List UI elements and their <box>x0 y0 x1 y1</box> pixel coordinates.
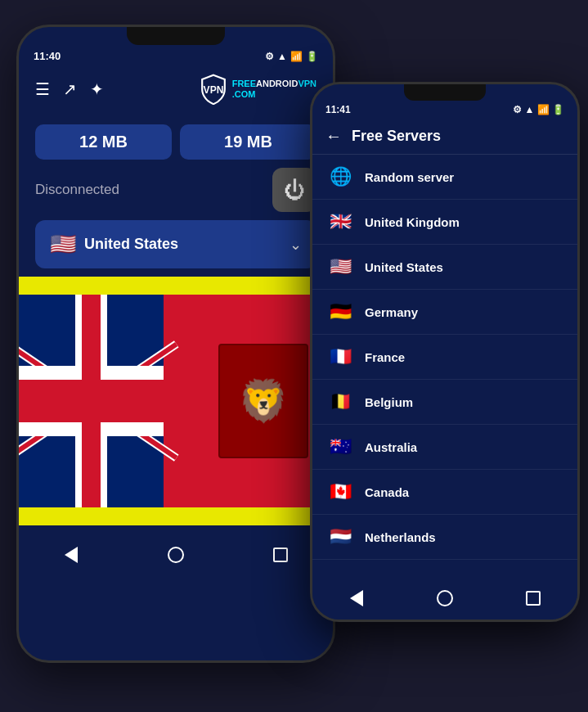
back-nav-button[interactable] <box>60 543 83 566</box>
union-jack <box>19 295 164 507</box>
server-label-random: Random server <box>365 170 454 184</box>
chevron-down-icon: ⌄ <box>290 236 302 254</box>
flag-image-container: 🦁 <box>19 277 333 525</box>
shield-icon: VPN <box>198 74 229 105</box>
server-name: United States <box>84 236 178 253</box>
server-list-item-fr[interactable]: 🇫🇷 France <box>312 335 577 380</box>
server-label-de: Germany <box>365 305 418 319</box>
back-arrow-icon[interactable]: ← <box>325 127 342 146</box>
data-row: 12 MB 19 MB <box>35 124 316 160</box>
yellow-bar-top <box>19 277 333 295</box>
left-nav-bar <box>19 532 333 578</box>
server-flag-random: 🌐 <box>327 166 353 187</box>
download-badge: 12 MB <box>35 124 172 160</box>
right-notch <box>404 84 486 101</box>
uj-background <box>19 295 164 507</box>
left-phone-content: ☰ ↗ ✦ VPN FREEANDROIDVPN .COM 12 MB 19 M… <box>19 65 333 268</box>
server-flag-nl: 🇳🇱 <box>327 526 353 548</box>
server-label-be: Belgium <box>365 395 413 409</box>
left-status-bar: 11:40 ⚙ ▲ 📶 🔋 <box>19 45 333 65</box>
server-flag-name: 🇺🇸 United States <box>50 232 178 257</box>
right-nav-bar <box>312 577 577 620</box>
left-time: 11:40 <box>34 50 61 62</box>
server-selector[interactable]: 🇺🇸 United States ⌄ <box>35 220 316 268</box>
bermuda-crest: 🦁 <box>218 344 308 458</box>
server-list-item-au[interactable]: 🇦🇺 Australia <box>312 425 577 470</box>
power-icon: ⏻ <box>284 178 305 203</box>
star-icon[interactable]: ✦ <box>90 79 104 99</box>
server-label-uk: United Kingdom <box>365 215 460 229</box>
right-status-bar: 11:41 ⚙ ▲ 📶 🔋 <box>312 101 577 119</box>
uj-cross-vertical-red <box>82 295 101 507</box>
right-status-icons: ⚙ ▲ 📶 🔋 <box>513 104 564 115</box>
left-phone: 11:40 ⚙ ▲ 📶 🔋 ☰ ↗ ✦ VPN FREEANDROIDVPN <box>16 25 335 663</box>
svg-text:VPN: VPN <box>203 84 223 96</box>
logo-vpn: VPN <box>298 79 316 88</box>
server-flag-fr: 🇫🇷 <box>327 346 353 367</box>
server-list-item-de[interactable]: 🇩🇪 Germany <box>312 290 577 335</box>
right-back-nav-button[interactable] <box>345 587 368 610</box>
signal-icon: 📶 <box>290 51 303 62</box>
settings-icon: ⚙ <box>265 51 274 62</box>
right-home-nav-button[interactable] <box>433 587 456 610</box>
top-left-icons: ☰ ↗ ✦ <box>35 79 104 99</box>
right-phone: 11:41 ⚙ ▲ 📶 🔋 ← Free Servers 🌐 Random se… <box>310 82 580 622</box>
server-list-title: Free Servers <box>352 128 441 145</box>
server-label-ca: Canada <box>365 485 409 499</box>
right-time: 11:41 <box>325 104 351 115</box>
server-label-us: United States <box>365 260 443 274</box>
wifi-icon: ▲ <box>277 51 287 62</box>
right-recents-nav-button[interactable] <box>522 587 545 610</box>
menu-icon[interactable]: ☰ <box>35 79 50 99</box>
crest-icon: 🦁 <box>238 377 289 425</box>
right-signal-icon: 📶 <box>537 104 550 115</box>
share-icon[interactable]: ↗ <box>63 79 77 99</box>
status-row: Disconnected ⏻ <box>35 168 316 212</box>
upload-badge: 19 MB <box>180 124 316 160</box>
logo-android: ANDROID <box>256 79 298 88</box>
logo-free: FREE <box>232 79 256 88</box>
logo-dot-com: .COM <box>232 89 316 100</box>
connection-status: Disconnected <box>35 182 119 198</box>
yellow-bar-bottom <box>19 507 333 525</box>
server-label-nl: Netherlands <box>365 530 436 544</box>
battery-icon: 🔋 <box>306 51 318 62</box>
server-flag-us: 🇺🇸 <box>327 256 353 277</box>
server-label-au: Australia <box>365 440 417 454</box>
bermuda-flag: 🦁 <box>19 295 333 507</box>
server-flag-be: 🇧🇪 <box>327 391 353 412</box>
server-flag-au: 🇦🇺 <box>327 436 353 457</box>
home-nav-button[interactable] <box>164 543 187 566</box>
top-bar: ☰ ↗ ✦ VPN FREEANDROIDVPN .COM <box>35 65 316 111</box>
server-flag-ca: 🇨🇦 <box>327 481 353 502</box>
right-settings-icon: ⚙ <box>513 104 522 115</box>
server-list-header: ← Free Servers <box>312 119 577 155</box>
server-list-item-random[interactable]: 🌐 Random server <box>312 155 577 200</box>
left-notch <box>127 27 225 45</box>
server-list-item-uk[interactable]: 🇬🇧 United Kingdom <box>312 200 577 245</box>
server-list-item-be[interactable]: 🇧🇪 Belgium <box>312 380 577 425</box>
server-list-item-ca[interactable]: 🇨🇦 Canada <box>312 470 577 515</box>
server-list-item-us[interactable]: 🇺🇸 United States <box>312 245 577 290</box>
server-flag-de: 🇩🇪 <box>327 301 353 322</box>
recents-nav-button[interactable] <box>269 543 292 566</box>
server-flag-uk: 🇬🇧 <box>327 211 353 232</box>
logo-text: FREEANDROIDVPN .COM <box>232 79 316 100</box>
right-battery-icon: 🔋 <box>552 104 564 115</box>
right-wifi-icon: ▲ <box>524 104 534 115</box>
server-list: 🌐 Random server 🇬🇧 United Kingdom 🇺🇸 Uni… <box>312 155 577 584</box>
server-flag: 🇺🇸 <box>50 232 76 257</box>
server-list-item-nl[interactable]: 🇳🇱 Netherlands <box>312 515 577 560</box>
left-status-icons: ⚙ ▲ 📶 🔋 <box>265 51 318 62</box>
server-label-fr: France <box>365 350 405 364</box>
app-logo: VPN FREEANDROIDVPN .COM <box>198 74 316 105</box>
